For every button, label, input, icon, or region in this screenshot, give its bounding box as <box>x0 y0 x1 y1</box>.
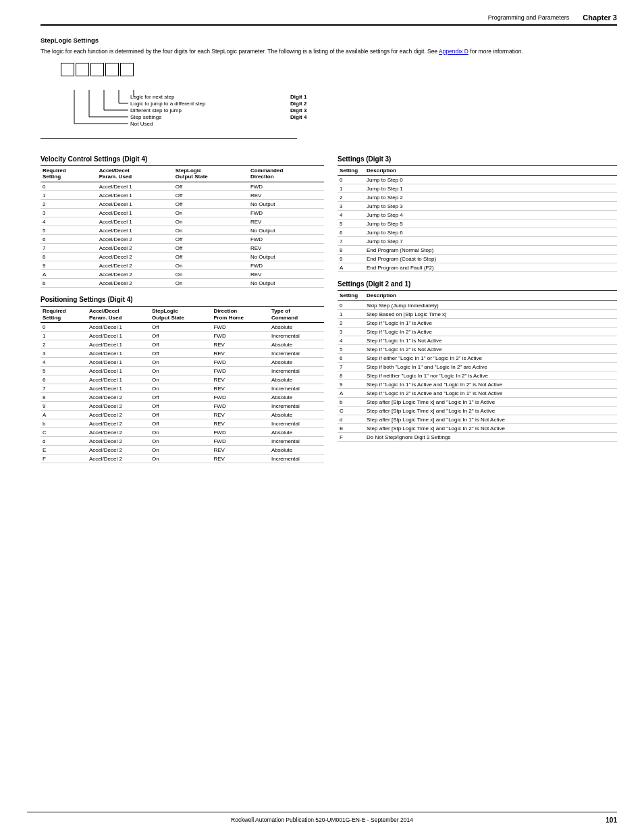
table-row: 8End Program (Normal Stop) <box>338 246 617 255</box>
positioning-title: Positioning Settings (Digit 4) <box>41 296 324 303</box>
table-row: 9Accel/Decel 2OffFWDIncremental <box>41 402 324 411</box>
section-title: StepLogic Settings <box>41 36 617 44</box>
pos-header-row: RequiredSetting Accel/DecelParam. Used S… <box>41 307 324 323</box>
right-column: Settings (Digit 3) Setting Description 0… <box>338 149 617 471</box>
header-title: Programming and Parameters <box>488 14 570 21</box>
digit3-table: Setting Description 0Jump to Step 01Jump… <box>338 165 617 273</box>
vel-h4: CommandedDirection <box>248 165 324 182</box>
table-row: 4Step if "Logic In 1" is Not Active <box>338 336 617 345</box>
table-row: bAccel/Decel 2OffREVIncremental <box>41 419 324 428</box>
table-row: bAccel/Decel 2OnNo Output <box>41 279 324 288</box>
vel-h1: RequiredSetting <box>41 165 97 182</box>
intro-text-end: for more information. <box>468 48 523 55</box>
digit-box-1 <box>61 63 74 76</box>
table-row: FAccel/Decel 2OnREVIncremental <box>41 454 324 463</box>
table-row: CAccel/Decel 2OnFWDAbsolute <box>41 428 324 437</box>
digit-diagram: Logic for next step Logic to jump to a d… <box>41 63 617 139</box>
digit-boxes-row <box>61 63 617 76</box>
svg-text:Digit 1: Digit 1 <box>290 94 307 100</box>
digit-box-2 <box>76 63 89 76</box>
table-row: 6Step if either "Logic In 1" or "Logic I… <box>338 354 617 363</box>
table-row: 3Accel/Decel 1OnFWD <box>41 209 324 217</box>
pos-h3: StepLogicOutput State <box>150 307 212 323</box>
table-row: 6Accel/Decel 2OffFWD <box>41 235 324 244</box>
table-row: 7Step if both "Logic In 1" and "Logic In… <box>338 363 617 371</box>
table-row: 0Accel/Decel 1OffFWD <box>41 182 324 191</box>
digit2and1-header-row: Setting Description <box>338 291 617 301</box>
table-row: dAccel/Decel 2OnFWDIncremental <box>41 437 324 446</box>
table-row: 5Jump to Step 5 <box>338 219 617 228</box>
left-column: Velocity Control Settings (Digit 4) Requ… <box>41 149 324 471</box>
table-row: AAccel/Decel 2OnREV <box>41 270 324 279</box>
table-row: AAccel/Decel 2OffREVAbsolute <box>41 411 324 419</box>
intro-text: The logic for each function is determine… <box>41 48 617 56</box>
table-row: 2Step if "Logic In 1" is Active <box>338 319 617 328</box>
svg-text:Logic to jump to a different s: Logic to jump to a different step <box>130 101 206 107</box>
header-chapter: Chapter 3 <box>583 14 617 22</box>
svg-text:Digit 2: Digit 2 <box>290 101 307 107</box>
page-header: Programming and Parameters Chapter 3 <box>41 14 617 26</box>
table-row: 1Accel/Decel 1OffFWDIncremental <box>41 332 324 340</box>
table-row: EStep after [Stp Logic Time x] and "Logi… <box>338 424 617 433</box>
page-footer: Rockwell Automation Publication 520-UM00… <box>27 812 617 823</box>
table-row: 9End Program (Coast to Stop) <box>338 255 617 263</box>
table-row: 0Jump to Step 0 <box>338 176 617 184</box>
footer-text: Rockwell Automation Publication 520-UM00… <box>231 816 413 823</box>
table-row: 7Accel/Decel 2OffREV <box>41 244 324 253</box>
table-row: 8Accel/Decel 2OffNo Output <box>41 253 324 261</box>
velocity-table: RequiredSetting Accel/DecelParam. Used S… <box>41 165 324 288</box>
table-row: 1Jump to Step 1 <box>338 184 617 193</box>
pos-h2: Accel/DecelParam. Used <box>87 307 150 323</box>
digit-box-3 <box>90 63 104 76</box>
table-row: 3Accel/Decel 1OffREVIncremental <box>41 349 324 358</box>
table-row: 6Accel/Decel 1OnREVAbsolute <box>41 375 324 384</box>
footer-page: 101 <box>606 816 617 824</box>
digit-box-4 <box>105 63 119 76</box>
digit2and1-title: Settings (Digit 2 and 1) <box>338 280 617 288</box>
vel-h3: StepLogicOutput State <box>173 165 248 182</box>
vel-h2: Accel/DecelParam. Used <box>97 165 173 182</box>
table-row: EAccel/Decel 2OnREVAbsolute <box>41 446 324 454</box>
table-row: 1Accel/Decel 1OffREV <box>41 191 324 200</box>
table-row: 5Accel/Decel 1OnFWDIncremental <box>41 367 324 375</box>
pos-h4: DirectionFrom Home <box>211 307 269 323</box>
table-row: AStep if "Logic In 2" is Active and "Log… <box>338 389 617 398</box>
positioning-table: RequiredSetting Accel/DecelParam. Used S… <box>41 306 324 463</box>
table-row: 9Accel/Decel 2OnFWD <box>41 261 324 270</box>
pos-h1: RequiredSetting <box>41 307 87 323</box>
two-col-layout: Velocity Control Settings (Digit 4) Requ… <box>41 149 617 471</box>
table-row: 0Accel/Decel 1OffFWDAbsolute <box>41 323 324 332</box>
velocity-header-row: RequiredSetting Accel/DecelParam. Used S… <box>41 165 324 182</box>
table-row: 7Accel/Decel 1OnREVIncremental <box>41 384 324 393</box>
svg-text:Step settings: Step settings <box>130 114 161 120</box>
table-row: 6Jump to Step 6 <box>338 228 617 237</box>
table-row: 2Accel/Decel 1OffREVAbsolute <box>41 340 324 349</box>
table-row: 8Accel/Decel 2OffFWDAbsolute <box>41 393 324 402</box>
table-row: 0Skip Step (Jump Immediately) <box>338 301 617 310</box>
svg-text:Logic for next step: Logic for next step <box>130 94 175 100</box>
svg-text:Not Used: Not Used <box>130 121 153 127</box>
svg-text:Digit 4: Digit 4 <box>290 114 307 120</box>
table-row: 3Jump to Step 3 <box>338 202 617 211</box>
table-row: 2Accel/Decel 1OffNo Output <box>41 200 324 209</box>
table-row: 2Jump to Step 2 <box>338 193 617 202</box>
appendix-link[interactable]: Appendix D <box>439 48 468 55</box>
d21-h2: Description <box>365 291 617 301</box>
d3-h1: Setting <box>338 165 365 176</box>
table-row: 5Accel/Decel 1OnNo Output <box>41 226 324 235</box>
table-row: 9Step if "Logic In 1" is Active and "Log… <box>338 380 617 389</box>
page: Programming and Parameters Chapter 3 Ste… <box>0 0 644 834</box>
table-row: 7Jump to Step 7 <box>338 237 617 246</box>
table-row: 5Step if "Logic In 2" is Not Active <box>338 345 617 354</box>
d21-h1: Setting <box>338 291 365 301</box>
velocity-title: Velocity Control Settings (Digit 4) <box>41 155 324 163</box>
table-row: FDo Not Step/Ignore Digit 2 Settings <box>338 433 617 442</box>
d3-h2: Description <box>365 165 617 176</box>
table-row: dStep after [Stp Logic Time x] and "Logi… <box>338 415 617 424</box>
table-row: CStep after [Stp Logic Time x] and "Logi… <box>338 407 617 415</box>
digit3-header-row: Setting Description <box>338 165 617 176</box>
table-row: 4Jump to Step 4 <box>338 211 617 219</box>
digit3-title: Settings (Digit 3) <box>338 155 617 163</box>
table-row: bStep after [Stp Logic Time x] and "Logi… <box>338 398 617 407</box>
intro-text-start: The logic for each function is determine… <box>41 48 439 55</box>
